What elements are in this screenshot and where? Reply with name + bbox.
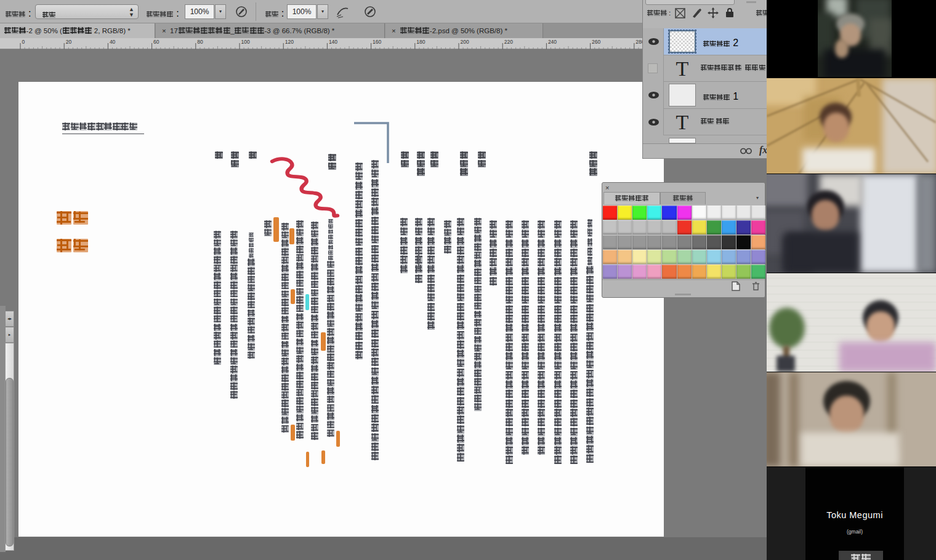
svg-text:80: 80 [197, 39, 203, 45]
svg-text:200: 200 [461, 39, 469, 45]
svg-text:20: 20 [66, 39, 72, 45]
svg-text:160: 160 [373, 39, 381, 45]
svg-text:100: 100 [241, 39, 250, 45]
svg-text:180: 180 [416, 39, 425, 45]
svg-text:40: 40 [110, 39, 116, 45]
svg-text:240: 240 [548, 39, 557, 45]
svg-text:220: 220 [504, 39, 513, 45]
svg-text:120: 120 [285, 39, 294, 45]
svg-text:260: 260 [592, 39, 600, 45]
svg-text:60: 60 [153, 39, 159, 45]
svg-text:140: 140 [329, 39, 337, 45]
svg-text:0: 0 [22, 39, 25, 45]
